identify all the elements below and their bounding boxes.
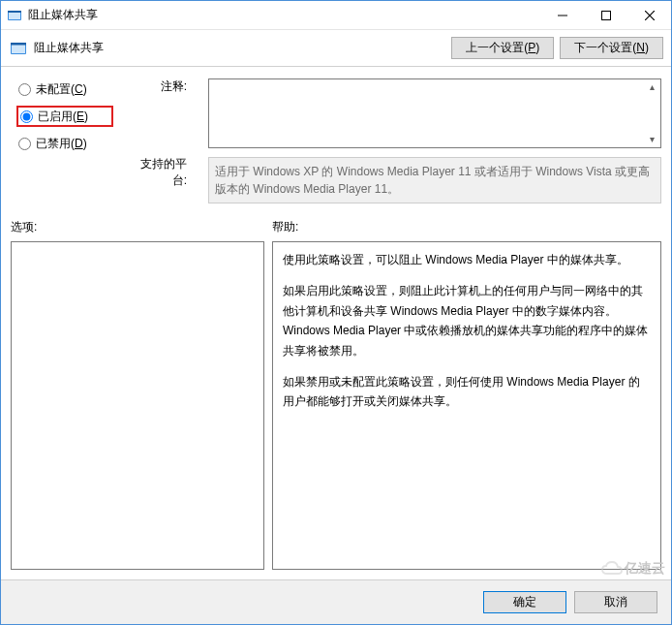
radio-enabled-input[interactable] bbox=[20, 110, 33, 123]
window-controls bbox=[540, 1, 671, 29]
help-panel[interactable]: 使用此策略设置，可以阻止 Windows Media Player 中的媒体共享… bbox=[272, 241, 661, 570]
cloud-icon bbox=[601, 561, 623, 577]
radio-group: 未配置(C) 已启用(E) 已禁用(D) bbox=[16, 78, 113, 203]
maximize-button[interactable] bbox=[584, 1, 627, 29]
svg-rect-2 bbox=[8, 11, 21, 13]
radio-not-configured-label: 未配置(C) bbox=[36, 81, 87, 98]
scroll-down-icon: ▾ bbox=[644, 133, 659, 146]
platform-label: 支持的平台: bbox=[133, 148, 187, 173]
footer: 确定 取消 bbox=[1, 579, 671, 624]
radio-enabled[interactable]: 已启用(E) bbox=[16, 106, 113, 127]
svg-rect-9 bbox=[11, 43, 26, 46]
titlebar: 阻止媒体共享 bbox=[1, 1, 671, 30]
policy-dialog: 阻止媒体共享 阻止媒体共享 上一个设置(P) 下一个设置(N) 未配置(C) 已… bbox=[0, 0, 672, 625]
radio-enabled-label: 已启用(E) bbox=[38, 109, 88, 125]
policy-icon bbox=[9, 39, 28, 58]
top-row: 未配置(C) 已启用(E) 已禁用(D) 注释: 支持的平台: bbox=[11, 78, 661, 203]
panels: 使用此策略设置，可以阻止 Windows Media Player 中的媒体共享… bbox=[11, 241, 661, 570]
watermark: 亿速云 bbox=[601, 560, 665, 578]
scroll-up-icon: ▴ bbox=[644, 80, 659, 94]
radio-disabled-label: 已禁用(D) bbox=[36, 136, 87, 152]
section-labels: 选项: 帮助: bbox=[11, 219, 661, 235]
comment-textarea[interactable] bbox=[208, 78, 661, 148]
watermark-text: 亿速云 bbox=[625, 560, 665, 578]
help-label: 帮助: bbox=[272, 219, 661, 235]
platform-text: 适用于 Windows XP 的 Windows Media Player 11… bbox=[208, 157, 661, 203]
minimize-button[interactable] bbox=[540, 1, 584, 29]
fields: ▴ ▾ 适用于 Windows XP 的 Windows Media Playe… bbox=[208, 78, 661, 203]
help-paragraph: 使用此策略设置，可以阻止 Windows Media Player 中的媒体共享… bbox=[283, 250, 651, 269]
window-title: 阻止媒体共享 bbox=[28, 7, 540, 23]
radio-disabled-input[interactable] bbox=[18, 138, 31, 150]
content-area: 未配置(C) 已启用(E) 已禁用(D) 注释: 支持的平台: bbox=[1, 67, 671, 579]
comment-label: 注释: bbox=[133, 78, 187, 148]
app-icon bbox=[7, 8, 22, 23]
close-button[interactable] bbox=[627, 1, 671, 29]
radio-not-configured[interactable]: 未配置(C) bbox=[16, 78, 113, 100]
next-setting-button[interactable]: 下一个设置(N) bbox=[560, 37, 663, 59]
svg-rect-1 bbox=[9, 12, 20, 19]
options-panel[interactable] bbox=[11, 241, 264, 570]
help-paragraph: 如果启用此策略设置，则阻止此计算机上的任何用户与同一网络中的其他计算机和设备共享… bbox=[283, 281, 651, 360]
options-label: 选项: bbox=[11, 219, 272, 235]
cancel-button[interactable]: 取消 bbox=[574, 591, 657, 613]
policy-title: 阻止媒体共享 bbox=[34, 40, 445, 56]
prev-setting-button[interactable]: 上一个设置(P) bbox=[451, 37, 554, 59]
field-labels: 注释: 支持的平台: bbox=[133, 78, 189, 203]
svg-rect-4 bbox=[601, 11, 610, 19]
radio-disabled[interactable]: 已禁用(D) bbox=[16, 133, 113, 154]
ok-button[interactable]: 确定 bbox=[483, 591, 566, 613]
radio-not-configured-input[interactable] bbox=[18, 83, 31, 96]
comment-scrollbar[interactable]: ▴ ▾ bbox=[644, 80, 659, 146]
help-paragraph: 如果禁用或未配置此策略设置，则任何使用 Windows Media Player… bbox=[283, 372, 651, 412]
subheader: 阻止媒体共享 上一个设置(P) 下一个设置(N) bbox=[1, 30, 671, 67]
